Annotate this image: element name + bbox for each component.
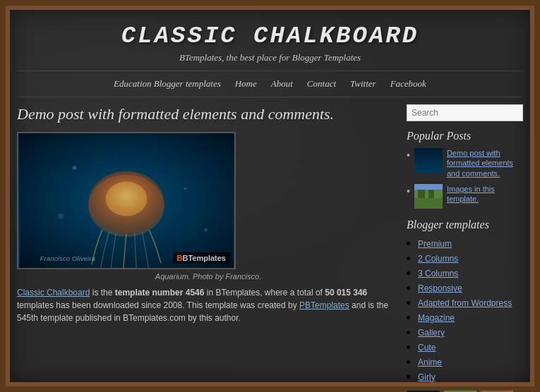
svg-point-5: [184, 187, 186, 190]
site-title: CLASSIC CHALKBOARD: [17, 23, 523, 49]
link-premium[interactable]: Premium: [418, 239, 452, 249]
nav-item-education[interactable]: Education Blogger templates: [114, 78, 221, 90]
popular-post-link-2[interactable]: Images in this template.: [447, 184, 523, 204]
post-body: Classic Chalkboard is the template numbe…: [17, 286, 400, 324]
svg-text:Francisco Oliveira: Francisco Oliveira: [40, 255, 96, 262]
list-item-3col: 3 Columns: [418, 267, 523, 279]
nav-item-about[interactable]: About: [271, 78, 293, 90]
popular-post-link-1[interactable]: Demo post with formatted elements and co…: [447, 148, 523, 178]
svg-point-7: [204, 228, 208, 231]
list-item-gallery: Gallery: [418, 326, 523, 338]
popular-post-thumb-2: [414, 184, 443, 209]
content-area: Demo post with formatted elements and co…: [10, 97, 530, 385]
post-link-pbtemplates[interactable]: PBTemplates: [299, 300, 349, 310]
popular-post-item-1: • Demo post with formatted elements and …: [407, 148, 523, 178]
list-item-magazine: Magazine: [418, 311, 523, 324]
link-2col[interactable]: 2 Columns: [418, 254, 458, 264]
popular-posts-title: Popular Posts: [407, 130, 523, 142]
nav-item-facebook[interactable]: Facebook: [390, 78, 426, 90]
nav-item-contact[interactable]: Contact: [307, 78, 336, 90]
post-image: Francisco Oliveira: [18, 133, 234, 268]
post-link-classic[interactable]: Classic Chalkboard: [17, 288, 90, 298]
list-item-cute: Cute: [418, 341, 523, 353]
link-gallery[interactable]: Gallery: [418, 328, 445, 338]
site-header: CLASSIC CHALKBOARD BTemplates, the best …: [10, 10, 530, 71]
site-subtitle: BTemplates, the best place for Blogger T…: [17, 52, 523, 63]
blogger-templates-title: Blogger templates: [407, 219, 523, 231]
blogger-templates-section: Blogger templates Premium 2 Columns 3 Co…: [407, 219, 523, 383]
svg-point-6: [58, 213, 64, 219]
chalkboard-background: CLASSIC CHALKBOARD BTemplates, the best …: [6, 6, 534, 386]
search-input[interactable]: [407, 104, 523, 121]
popular-posts-section: Popular Posts • Demo post with formatted…: [407, 130, 523, 209]
btemplates-badge: BBTemplates: [173, 252, 231, 264]
post-image-container: Francisco Oliveira BBTemplates: [17, 132, 236, 269]
link-3col[interactable]: 3 Columns: [418, 269, 458, 278]
list-item-2col: 2 Columns: [418, 252, 523, 264]
bullet-icon-2: •: [407, 185, 410, 197]
popular-post-item-2: • Images in this template.: [407, 184, 523, 209]
svg-rect-12: [428, 190, 434, 198]
list-item-girly: Girly: [418, 370, 523, 383]
list-item-anime: Anime: [418, 355, 523, 368]
svg-point-4: [73, 166, 77, 170]
post-title: Demo post with formatted elements and co…: [17, 104, 400, 125]
link-girly[interactable]: Girly: [418, 372, 436, 382]
list-item-premium: Premium: [418, 237, 523, 250]
sidebar: Popular Posts • Demo post with formatted…: [407, 104, 523, 385]
svg-point-3: [106, 181, 148, 216]
link-anime[interactable]: Anime: [418, 357, 442, 367]
bullet-icon-1: •: [407, 149, 410, 161]
main-content: Demo post with formatted elements and co…: [17, 104, 400, 385]
blogger-templates-list: Premium 2 Columns 3 Columns Responsive A…: [407, 237, 523, 383]
list-item-adapted: Adapted from Wordpress: [418, 296, 523, 309]
list-item-responsive: Responsive: [418, 281, 523, 294]
svg-rect-13: [414, 184, 443, 190]
main-nav: Education Blogger templates Home About C…: [17, 71, 523, 97]
link-magazine[interactable]: Magazine: [418, 313, 455, 323]
nav-item-home[interactable]: Home: [235, 78, 257, 90]
image-caption: Aquarium. Photo by Francisco.: [17, 272, 400, 281]
link-responsive[interactable]: Responsive: [418, 283, 462, 293]
popular-post-thumb-1: [414, 148, 443, 173]
svg-rect-10: [414, 198, 443, 209]
nav-item-twitter[interactable]: Twitter: [350, 78, 376, 90]
link-cute[interactable]: Cute: [418, 343, 436, 353]
link-adapted[interactable]: Adapted from Wordpress: [418, 298, 512, 308]
